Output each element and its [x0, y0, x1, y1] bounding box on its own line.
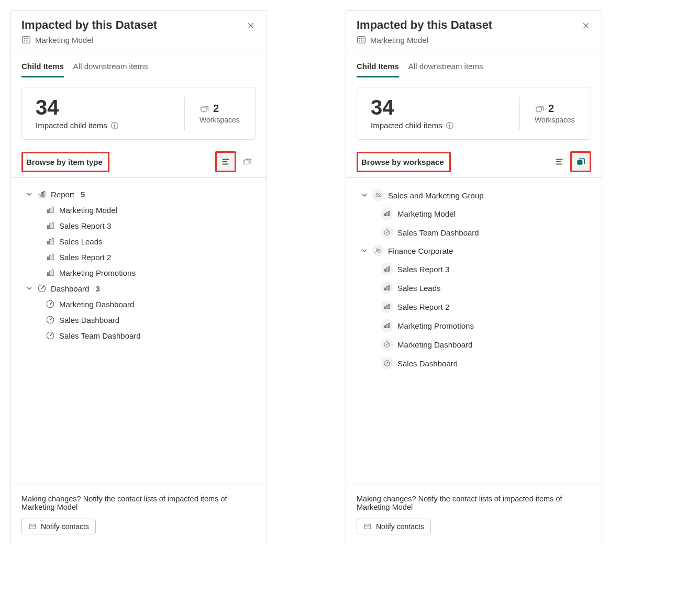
notify-contacts-label: Notify contacts: [376, 522, 424, 531]
item-name: Marketing Model: [397, 209, 456, 218]
impacted-count: 34: [371, 97, 504, 118]
tree-item[interactable]: Sales Leads: [381, 278, 589, 297]
dataset-name: Marketing Model: [35, 36, 93, 44]
panel-subtitle: Marketing Model: [21, 35, 256, 44]
report-icon: [381, 319, 393, 332]
dataset-icon: [21, 35, 31, 44]
workspace-icon: [200, 104, 209, 114]
tree-item[interactable]: Sales Team Dashboard: [381, 223, 589, 242]
footer-text: Making changes? Notify the contact lists…: [21, 495, 256, 511]
tree-item[interactable]: Sales Dashboard: [46, 312, 254, 328]
group-name: Finance Corporate: [388, 247, 453, 255]
tree-item[interactable]: Sales Report 2: [46, 249, 254, 265]
tree-item[interactable]: Sales Team Dashboard: [46, 328, 254, 343]
workspace-count: 2: [213, 103, 219, 115]
info-icon[interactable]: [446, 121, 454, 130]
report-icon: [46, 205, 55, 215]
summary-card: 34 Impacted child items 2 Workspaces: [357, 87, 591, 140]
tree-item[interactable]: Sales Report 2: [381, 297, 589, 316]
item-name: Sales Leads: [397, 284, 441, 293]
workspace-icon: [372, 189, 384, 201]
browse-label: Browse by item type: [26, 153, 108, 171]
dashboard-icon: [46, 315, 55, 324]
stack-icon: [242, 157, 252, 166]
summary-card: 34 Impacted child items 2 Workspaces: [21, 87, 256, 140]
workspace-icon: [372, 245, 384, 256]
item-name: Sales Dashboard: [59, 316, 119, 324]
workspace-count-label: Workspaces: [535, 116, 577, 124]
notify-contacts-button[interactable]: Notify contacts: [357, 519, 431, 534]
left-panel: Impacted by this Dataset Marketing Model…: [10, 10, 267, 544]
report-icon: [46, 237, 55, 246]
impacted-count-label: Impacted child items: [371, 121, 442, 130]
view-toggle-highlight: [215, 151, 236, 172]
dataset-icon: [357, 35, 366, 44]
tree-item[interactable]: Marketing Dashboard: [381, 335, 589, 354]
report-icon: [381, 282, 393, 294]
item-name: Marketing Promotions: [397, 321, 474, 330]
footer-text: Making changes? Notify the contact lists…: [357, 495, 591, 511]
tree-item[interactable]: Sales Dashboard: [381, 354, 589, 373]
dashboard-icon: [37, 284, 47, 293]
panel-title: Impacted by this Dataset: [21, 18, 256, 32]
close-button[interactable]: [580, 19, 592, 32]
tree-item[interactable]: Sales Leads: [46, 233, 254, 249]
browse-label-highlight: Browse by workspace: [357, 152, 451, 172]
dashboard-icon: [46, 299, 55, 309]
chevron-down-icon: [26, 285, 33, 292]
item-name: Marketing Dashboard: [59, 300, 134, 309]
report-icon: [46, 221, 55, 230]
tab-child-items[interactable]: Child Items: [357, 62, 399, 77]
item-name: Sales Report 3: [397, 265, 449, 274]
browse-label: Browse by workspace: [361, 153, 449, 171]
tree-item[interactable]: Marketing Model: [381, 204, 589, 223]
report-icon: [37, 189, 47, 199]
panel-subtitle: Marketing Model: [357, 35, 591, 44]
dashboard-icon: [381, 357, 393, 369]
workspace-icon: [535, 104, 544, 114]
report-icon: [381, 207, 393, 220]
tab-all-downstream[interactable]: All downstream items: [408, 62, 483, 77]
tree-item[interactable]: Marketing Promotions: [46, 265, 254, 281]
dashboard-icon: [381, 226, 393, 239]
tree-item[interactable]: Sales Report 3: [46, 218, 254, 233]
mail-icon: [363, 522, 372, 531]
close-icon: [247, 22, 254, 29]
info-icon[interactable]: [110, 121, 119, 130]
tree-group[interactable]: Dashboard3: [26, 281, 254, 296]
report-icon: [46, 268, 55, 277]
dashboard-icon: [381, 338, 393, 351]
tree-item[interactable]: Sales Report 3: [381, 260, 589, 278]
notify-contacts-button[interactable]: Notify contacts: [21, 519, 96, 534]
view-workspace-button[interactable]: [572, 153, 590, 171]
tree-item[interactable]: Marketing Dashboard: [46, 296, 254, 312]
panel-title: Impacted by this Dataset: [357, 18, 591, 32]
item-name: Marketing Model: [59, 206, 117, 215]
list-icon: [221, 157, 230, 166]
group-name: Sales and Marketing Group: [388, 191, 484, 200]
tab-child-items[interactable]: Child Items: [21, 62, 64, 77]
tree-item[interactable]: Marketing Model: [46, 202, 254, 218]
notify-contacts-label: Notify contacts: [41, 522, 89, 531]
view-workspace-button[interactable]: [238, 153, 256, 171]
tab-all-downstream[interactable]: All downstream items: [73, 62, 148, 77]
chevron-down-icon: [26, 191, 33, 198]
mail-icon: [28, 522, 37, 531]
close-button[interactable]: [245, 19, 257, 32]
view-list-button[interactable]: [550, 153, 568, 171]
right-panel: Impacted by this Dataset Marketing Model…: [346, 10, 602, 544]
tree-by-type: Report5Marketing ModelSales Report 3Sale…: [11, 178, 267, 485]
tree-group[interactable]: Report5: [26, 186, 254, 202]
item-name: Sales Report 3: [59, 221, 111, 230]
tree-group[interactable]: Finance Corporate: [361, 242, 589, 260]
report-icon: [381, 263, 393, 275]
item-name: Sales Report 2: [59, 253, 111, 262]
stack-fill-icon: [576, 157, 585, 166]
item-name: Sales Dashboard: [397, 359, 458, 368]
view-list-button[interactable]: [217, 153, 235, 171]
item-name: Sales Team Dashboard: [397, 228, 479, 237]
workspace-count-label: Workspaces: [200, 116, 242, 124]
tree-item[interactable]: Marketing Promotions: [381, 316, 589, 335]
item-name: Sales Leads: [59, 237, 103, 246]
tree-group[interactable]: Sales and Marketing Group: [361, 186, 589, 204]
